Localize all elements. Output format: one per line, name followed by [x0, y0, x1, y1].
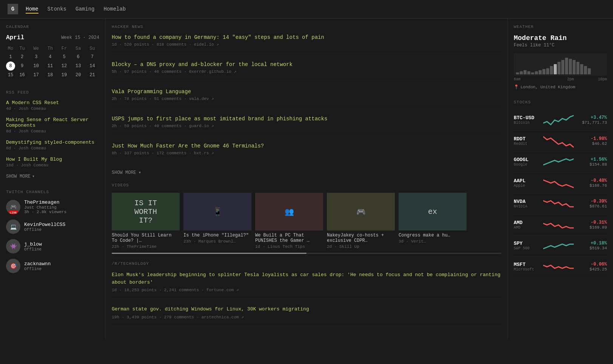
videos-scrollbar[interactable] — [112, 253, 501, 254]
calendar-day[interactable]: 17 — [29, 71, 43, 80]
calendar-day-header: Mo — [6, 45, 15, 52]
video-card[interactable]: 🎮 NakeyJakey co-hosts + exclusive CDPR… … — [327, 193, 395, 249]
rss-item: Demystifying styled-components8d · Josh … — [6, 140, 99, 151]
calendar-day[interactable]: 5 — [57, 52, 71, 61]
twitch-avatar: 🎮 LIVE — [6, 200, 20, 214]
rss-item-title[interactable]: How I Built My Blog — [6, 157, 99, 162]
stock-item[interactable]: GOOGL Google +1.56% $154.88 — [514, 152, 607, 173]
reddit-item: Elon Musk's leadership beginning to spli… — [112, 271, 501, 299]
calendar-day[interactable]: 2 — [15, 52, 29, 61]
stock-change: +0.18% — [577, 241, 607, 246]
stock-info: SPY S&P 500 — [514, 241, 540, 250]
video-card[interactable]: IS IT WORTH IT? Should You Still Learn T… — [112, 193, 180, 249]
calendar-day[interactable]: 13 — [71, 61, 85, 71]
weather-bar — [542, 69, 545, 74]
nav-link-stonks[interactable]: Stonks — [48, 6, 66, 12]
twitch-info: KevinPowellCSS Offline — [24, 222, 65, 232]
calendar-day[interactable]: 8 — [6, 61, 15, 71]
weather-bar — [527, 71, 530, 74]
weather-bar — [516, 72, 519, 75]
calendar-day[interactable]: 20 — [71, 71, 85, 80]
rss-title: RSS FEED — [6, 90, 99, 95]
weather-condition: Moderate Rain — [514, 34, 607, 42]
stock-item[interactable]: BTC-USD Bitcoin +3.47% $71,771.73 — [514, 110, 607, 131]
hn-item-title[interactable]: USPS jumps to first place as most imitat… — [112, 116, 501, 122]
reddit-section: /R/TECHNOLOGY Elon Musk's leadership beg… — [112, 261, 501, 326]
nav-link-gaming[interactable]: Gaming — [75, 6, 94, 12]
calendar-day[interactable]: 4 — [43, 52, 57, 61]
twitch-channel-item[interactable]: 🎯 zacknawnn Offline — [6, 259, 99, 273]
weather-bar — [576, 62, 579, 74]
stock-item[interactable]: MSFT Microsoft -0.06% $425.25 — [514, 256, 607, 278]
rss-section: RSS FEED A Modern CSS Reset4d · Josh Com… — [6, 90, 99, 179]
calendar-day[interactable]: 1 — [6, 52, 15, 61]
rss-show-more[interactable]: SHOW MORE ▾ — [6, 174, 35, 179]
stock-info: RDDT Reddit — [514, 136, 540, 146]
hn-show-more[interactable]: SHOW MORE ▾ — [112, 170, 141, 175]
hn-item-meta: 5h · 97 points · 46 comments · 0xerr0r.g… — [112, 69, 501, 74]
videos-section-title: VIDEOS — [112, 183, 501, 187]
rss-item: How I Built My Blog18d · Josh Comeau — [6, 157, 99, 167]
twitch-channel-item[interactable]: 👾 j_blow Offline — [6, 239, 99, 253]
video-card[interactable]: 📱 Is the iPhone "Illegal?" 23h · Marques… — [183, 193, 251, 249]
calendar-day[interactable]: 16 — [15, 71, 29, 80]
stock-info: AMD AMD — [514, 220, 540, 230]
video-card[interactable]: 👥 We Built a PC That PUNISHES the Gamer … — [255, 193, 323, 249]
twitch-name: zacknawnn — [24, 261, 51, 267]
weather-bar — [558, 62, 561, 74]
stock-info: MSFT Microsoft — [514, 262, 540, 272]
calendar-day[interactable]: 15 — [6, 71, 15, 80]
stock-item[interactable]: SPY S&P 500 +0.18% $519.34 — [514, 235, 607, 256]
stock-price: $154.88 — [577, 162, 607, 167]
rss-item-meta: 8d · Josh Comeau — [6, 146, 99, 151]
nav-link-homelab[interactable]: Homelab — [103, 6, 126, 12]
video-thumbnail: IS IT WORTH IT? — [112, 193, 180, 230]
calendar-day[interactable]: 12 — [57, 61, 71, 71]
stock-item[interactable]: RDDT Reddit -1.98% $46.62 — [514, 131, 607, 152]
hn-item-title[interactable]: Just How Much Faster Are the Gnome 46 Te… — [112, 143, 501, 149]
calendar-day[interactable]: 11 — [43, 61, 57, 71]
calendar-day[interactable]: 18 — [43, 71, 57, 80]
rss-item-title[interactable]: Demystifying styled-components — [6, 140, 99, 145]
video-meta: 23h · Marques Brownl… — [183, 239, 251, 244]
reddit-item-title[interactable]: Elon Musk's leadership beginning to spli… — [112, 271, 501, 286]
stock-change: -0.31% — [577, 220, 607, 225]
reddit-item-title[interactable]: German state gov. ditching Windows for L… — [112, 306, 501, 313]
calendar-day-header: Th — [43, 45, 57, 52]
twitch-avatar: 🎯 — [6, 259, 20, 273]
calendar-day[interactable]: 19 — [57, 71, 71, 80]
twitch-channel-item[interactable]: 🎮 LIVE ThePrimeagen Just Chatting 3h · 2… — [6, 200, 99, 214]
hn-item-meta: 8h · 337 points · 172 comments · bxt.rs … — [112, 151, 501, 155]
calendar-day[interactable]: 21 — [85, 71, 99, 80]
stock-item[interactable]: AMD AMD -0.31% $169.89 — [514, 215, 607, 236]
rss-item-title[interactable]: Making Sense of React Server Components — [6, 117, 99, 128]
stock-price-info: +0.18% $519.34 — [577, 241, 607, 250]
calendar-day[interactable]: 7 — [85, 52, 99, 61]
stock-price: $46.62 — [577, 141, 607, 146]
stock-chart — [543, 154, 574, 170]
calendar-day[interactable]: 14 — [85, 61, 99, 71]
hn-item-meta: 2h · 78 points · 51 comments · vala.dev … — [112, 96, 501, 101]
stock-item[interactable]: AAPL Apple -0.48% $168.76 — [514, 173, 607, 194]
calendar-day[interactable]: 10 — [29, 61, 43, 71]
weather-bar — [565, 58, 568, 74]
calendar-week: Week 15 · 2024 — [61, 35, 99, 40]
hn-item-title[interactable]: Vala Programming Language — [112, 89, 501, 95]
nav-link-home[interactable]: Home — [26, 6, 39, 14]
calendar-day[interactable]: 9 — [15, 61, 29, 71]
stock-item[interactable]: NVDA NVIDIA -0.39% $876.61 — [514, 194, 607, 215]
video-card[interactable]: ex Congress make a hu… 3d · Verit… — [399, 193, 467, 249]
twitch-channel-item[interactable]: 💻 KevinPowellCSS Offline — [6, 220, 99, 234]
calendar-day[interactable]: 6 — [71, 52, 85, 61]
stock-price-info: +1.56% $154.88 — [577, 157, 607, 167]
rss-item-title[interactable]: A Modern CSS Reset — [6, 100, 99, 106]
stock-info: BTC-USD Bitcoin — [514, 115, 540, 125]
hn-item-title[interactable]: How to found a company in Germany: 14 "e… — [112, 34, 501, 40]
hn-item-title[interactable]: Blocky – a DNS proxy and ad-blocker for … — [112, 61, 501, 68]
stock-chart — [543, 238, 574, 253]
calendar-header: April Week 15 · 2024 — [6, 34, 99, 41]
stock-price-info: -1.98% $46.62 — [577, 136, 607, 146]
calendar-day[interactable]: 3 — [29, 52, 43, 61]
stock-price-info: -0.31% $169.89 — [577, 220, 607, 230]
navbar: G Home Stonks Gaming Homelab — [0, 0, 613, 18]
